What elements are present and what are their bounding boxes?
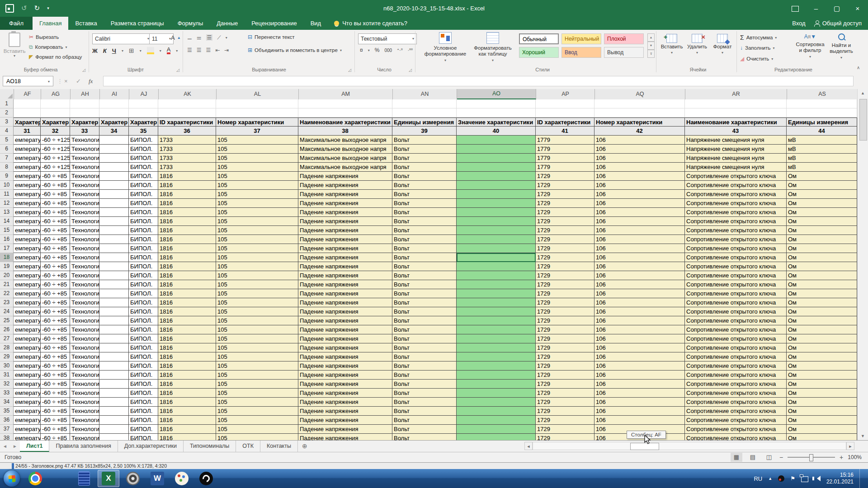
row-header-26[interactable]: 26 [0,325,14,334]
taskbar-app-excel[interactable]: X [98,470,119,487]
cell-AM6[interactable]: Максимальное выходное напря [298,145,392,154]
accounting-format-icon[interactable]: ¤ [360,47,363,53]
cell-AO13[interactable] [457,208,536,217]
cell-AN17[interactable]: Вольт [392,244,457,253]
cell-AH33[interactable]: Технология [70,389,99,398]
cell-style-Плохой[interactable]: Плохой [604,33,644,44]
cell-AH9[interactable]: Технология [70,172,99,181]
row-header-31[interactable]: 31 [0,371,14,380]
cell-AM2[interactable] [298,108,392,117]
cell-AR37[interactable]: Сопротивление открытого ключа [685,425,787,434]
cell-AM27[interactable]: Падение напряжения [298,334,392,343]
cell-AM35[interactable]: Падение напряжения [298,407,392,416]
cell-AI29[interactable] [99,352,129,361]
cell-AR19[interactable]: Сопротивление открытого ключа [685,262,787,271]
cell-AJ15[interactable]: БИПОЛ. [129,226,158,235]
cell-AP25[interactable]: 1729 [536,316,594,325]
cell-AS16[interactable]: Ом [787,235,857,244]
cell-AQ11[interactable]: 106 [594,190,685,199]
cell-AF26[interactable]: емперату [14,325,41,334]
cell-AO5[interactable] [457,136,536,145]
cell-AS36[interactable]: Ом [787,416,857,425]
cell-AS19[interactable]: Ом [787,262,857,271]
taskbar-app-server[interactable] [73,470,95,487]
cell-AK7[interactable]: 1733 [158,154,216,163]
cell-AL25[interactable]: 105 [216,316,298,325]
row-header-35[interactable]: 35 [0,407,14,416]
cell-AG38[interactable]: -60 ÷ +85 [41,434,70,440]
format-as-table-button[interactable]: Форматировать как таблицу▾ [470,32,515,62]
cell-AN14[interactable]: Вольт [392,217,457,226]
cell-AQ14[interactable]: 106 [594,217,685,226]
cell-AH23[interactable]: Технология [70,298,99,307]
cell-AQ31[interactable]: 106 [594,371,685,380]
cell-AN18[interactable]: Вольт [392,253,457,262]
cell-AF8[interactable]: емперату [14,163,41,172]
cell-AJ37[interactable]: БИПОЛ. [129,425,158,434]
cell-AG18[interactable]: -60 ÷ +85 [41,253,70,262]
cell-AG31[interactable]: -60 ÷ +85 [41,371,70,380]
cell-AK20[interactable]: 1816 [158,271,216,280]
cell-AP4[interactable]: 41 [536,127,594,136]
format-painter-button[interactable]: ◤Формат по образцу [29,54,82,60]
cell-AM24[interactable]: Падение напряжения [298,307,392,316]
cell-AS20[interactable]: Ом [787,271,857,280]
column-header-AH[interactable]: AH [71,89,100,99]
cell-AF10[interactable]: емперату [14,181,41,190]
cell-AO15[interactable] [457,226,536,235]
cell-AQ1[interactable] [594,99,685,108]
cell-AN34[interactable]: Вольт [392,398,457,407]
cell-AO12[interactable] [457,199,536,208]
cell-AH31[interactable]: Технология [70,371,99,380]
cell-AK25[interactable]: 1816 [158,316,216,325]
sheet-tab-Доп.характеристики[interactable]: Доп.характеристики [118,441,184,452]
column-header-AQ[interactable]: AQ [595,89,685,99]
cell-AJ17[interactable]: БИПОЛ. [129,244,158,253]
cell-AH27[interactable]: Технология [70,334,99,343]
cell-AI12[interactable] [99,199,129,208]
cell-AO25[interactable] [457,316,536,325]
cell-AM19[interactable]: Падение напряжения [298,262,392,271]
zoom-out-icon[interactable]: − [779,454,783,461]
row-header-6[interactable]: 6 [0,145,14,154]
cell-AQ32[interactable]: 106 [594,380,685,389]
row-header-9[interactable]: 9 [0,172,14,181]
cell-AH8[interactable]: Технология [70,163,99,172]
cell-AN11[interactable]: Вольт [392,190,457,199]
cell-AO9[interactable] [457,172,536,181]
start-button[interactable] [4,470,20,487]
cell-AG35[interactable]: -60 ÷ +85 [41,407,70,416]
align-right-icon[interactable]: ☰ [206,47,211,53]
align-middle-icon[interactable]: ⚌ [197,34,202,41]
cell-AM36[interactable]: Падение напряжения [298,416,392,425]
column-header-AS[interactable]: AS [787,89,858,99]
cell-AP34[interactable]: 1729 [536,398,594,407]
cell-AI35[interactable] [99,407,129,416]
cell-AH11[interactable]: Технология [70,190,99,199]
cell-AO24[interactable] [457,307,536,316]
cell-AF20[interactable]: емперату [14,271,41,280]
align-top-icon[interactable]: ⚊ [187,34,192,41]
cell-AQ27[interactable]: 106 [594,334,685,343]
cell-AK3[interactable]: ID характеристики [158,117,216,127]
cut-button[interactable]: ✂Вырезать [29,34,59,40]
cell-AL32[interactable]: 105 [216,380,298,389]
cell-AP21[interactable]: 1729 [536,280,594,289]
cell-AL18[interactable]: 105 [216,253,298,262]
column-header-AK[interactable]: AK [159,89,217,99]
cell-AJ8[interactable]: БИПОЛ. [129,163,158,172]
cell-AO8[interactable] [457,163,536,172]
cell-AP24[interactable]: 1729 [536,307,594,316]
cell-AK19[interactable]: 1816 [158,262,216,271]
cell-AO27[interactable] [457,334,536,343]
cell-AS1[interactable] [787,99,857,108]
cell-AF5[interactable]: емперату [14,136,41,145]
cell-AM11[interactable]: Падение напряжения [298,190,392,199]
cell-AR26[interactable]: Сопротивление открытого ключа [685,325,787,334]
cell-AQ17[interactable]: 106 [594,244,685,253]
cell-AO26[interactable] [457,325,536,334]
cell-AN9[interactable]: Вольт [392,172,457,181]
cell-AL21[interactable]: 105 [216,280,298,289]
cell-AL33[interactable]: 105 [216,389,298,398]
cell-AR8[interactable]: Напряжение смещения нуля [685,163,787,172]
